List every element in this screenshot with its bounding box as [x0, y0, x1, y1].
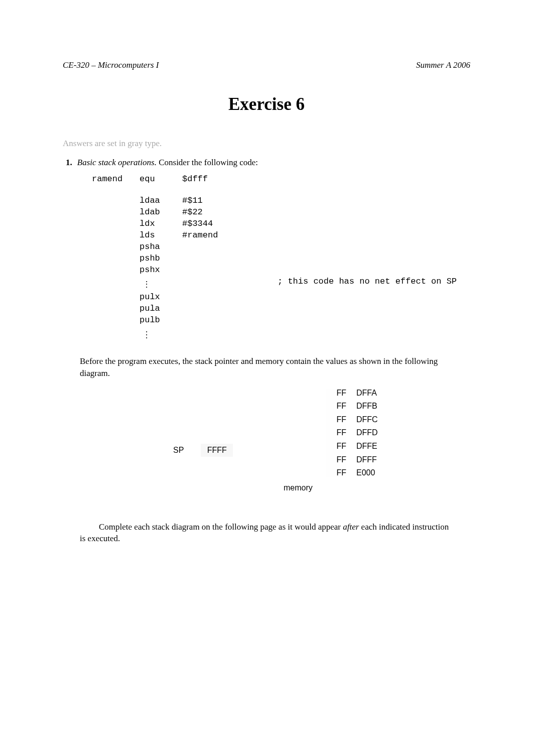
answers-note: Answers are set in gray type. — [63, 139, 470, 149]
question-lead: Basic stack operations. — [77, 158, 157, 167]
code-block: ramendequ$dfff ldaa#$11 ldab#$22 ldx#$33… — [92, 174, 470, 342]
mem-addr: DFFB — [356, 402, 378, 411]
memory-values-col: FF FF FF FF FF FF FF — [326, 389, 346, 478]
code-line: ramendequ$dfff — [92, 174, 470, 185]
paragraph-before-diagram: Before the program executes, the stack p… — [80, 355, 453, 380]
mem-addr: DFFF — [356, 455, 378, 464]
sp-block: SP FFFF — [173, 443, 233, 458]
para2-a: Complete each stack diagram on the follo… — [99, 522, 343, 532]
mem-addr: E000 — [356, 468, 378, 477]
sp-label: SP — [173, 446, 184, 455]
code-line: pulx — [92, 292, 470, 303]
mem-addr: DFFD — [356, 428, 378, 437]
memory-addrs-col: DFFA DFFB DFFC DFFD DFFE DFFF E000 — [356, 389, 378, 478]
mem-val: FF — [326, 455, 346, 464]
fade-top — [325, 381, 387, 387]
mem-val: FF — [326, 389, 346, 398]
mem-val: FF — [326, 428, 346, 437]
code-line: pshb — [92, 253, 470, 265]
memory-block: FF FF FF FF FF FF FF DFFA DFFB DFFC DFFD… — [326, 389, 378, 478]
page-title: Exercise 6 — [63, 94, 470, 114]
code-comment: ; this code has no net effect on SP — [278, 276, 457, 292]
mem-addr: DFFA — [356, 389, 378, 398]
code-line: ldaa#$11 — [92, 195, 470, 207]
code-line: ldab#$22 — [92, 207, 470, 218]
code-blank — [92, 185, 470, 195]
code-line: pula — [92, 303, 470, 315]
mem-addr: DFFE — [356, 442, 378, 451]
stack-diagram: SP FFFF FF FF FF FF FF FF FF DFFA DFFB D… — [80, 389, 470, 507]
header-left: CE-320 – Microcomputers I — [63, 60, 159, 70]
page-header: CE-320 – Microcomputers I Summer A 2006 — [63, 60, 470, 70]
code-line: pshx — [92, 265, 470, 276]
mem-val: FF — [326, 442, 346, 451]
question-rest: Consider the following code: — [157, 158, 258, 167]
header-right: Summer A 2006 — [416, 60, 470, 70]
code-line: pulb — [92, 315, 470, 326]
document-page: CE-320 – Microcomputers I Summer A 2006 … — [0, 0, 533, 756]
paragraph-after-diagram: Complete each stack diagram on the follo… — [80, 521, 453, 545]
mem-addr: DFFC — [356, 415, 378, 424]
fade-bottom — [325, 484, 387, 493]
question-1: 1. Basic stack operations. Consider the … — [63, 158, 470, 168]
para2-ital: after — [343, 522, 359, 532]
mem-val: FF — [326, 402, 346, 411]
code-line: ldx#$3344 — [92, 218, 470, 230]
code-vdots-row: ... — [92, 326, 470, 342]
code-line: psha — [92, 241, 470, 253]
vertical-dots-icon: ... — [146, 276, 148, 292]
mem-val: FF — [326, 415, 346, 424]
mem-val: FF — [326, 468, 346, 477]
code-line: lds#ramend — [92, 230, 470, 241]
question-text: Basic stack operations. Consider the fol… — [77, 158, 258, 168]
memory-label: memory — [284, 483, 313, 492]
vertical-dots-icon: ... — [146, 326, 148, 342]
sp-value: FFFF — [201, 444, 233, 457]
code-vdots-row: ... ; this code has no net effect on SP — [92, 276, 470, 292]
question-number: 1. — [66, 158, 72, 168]
